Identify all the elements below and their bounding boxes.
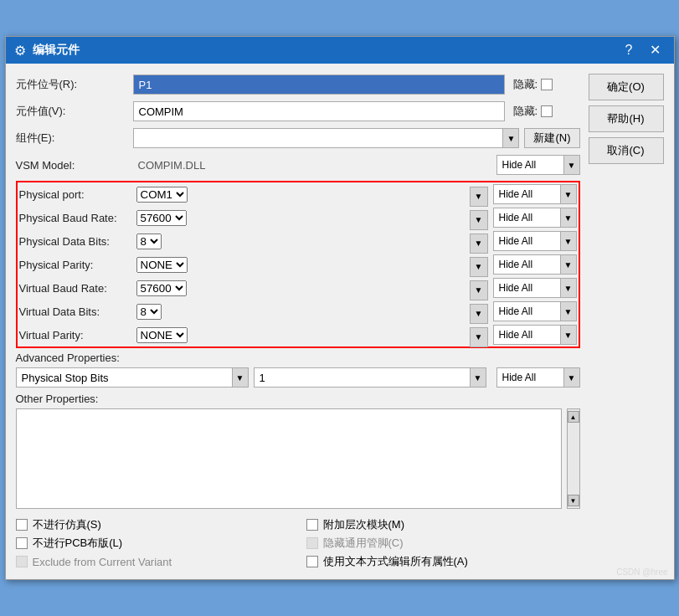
close-button[interactable]: ✕ [645, 42, 666, 59]
check-pcb-checkbox[interactable] [16, 537, 28, 549]
virtual-data-label: Virtual Data Bits: [19, 305, 136, 318]
vsm-row: VSM Model: COMPIM.DLL Hide All ▼ [16, 154, 580, 176]
hide1-checkbox[interactable] [541, 79, 553, 90]
virtual-data-row: Virtual Data Bits: 8 ▼ Hide All ▼ [19, 301, 577, 321]
red-bordered-section: Physical port: COM1 ▼ Hide All ▼ [16, 181, 580, 348]
new-button[interactable]: 新建(N) [524, 128, 579, 148]
check-text-edit-checkbox[interactable] [306, 556, 318, 567]
help-button[interactable]: 帮助(H) [589, 105, 664, 132]
virtual-baud-hide-select[interactable]: Hide All [493, 278, 577, 298]
check-hierarchy-checkbox[interactable] [306, 519, 318, 531]
stop-bits-value-select[interactable]: 1 [254, 367, 486, 388]
check-hierarchy-label: 附加层次模块(M) [323, 517, 405, 532]
physical-parity-hide-select[interactable]: Hide All [493, 254, 577, 275]
hide2-label: 隐藏: [513, 104, 538, 119]
virtual-baud-row: Virtual Baud Rate: 57600 ▼ Hide All ▼ [19, 278, 577, 298]
physical-baud-hide-select[interactable]: Hide All [493, 208, 577, 228]
check-hide-pins-label: 隐藏通用管脚(C) [323, 536, 404, 551]
physical-baud-select[interactable]: 57600 [136, 210, 187, 226]
side-buttons: 确定(O) 帮助(H) 取消(C) [589, 74, 664, 569]
watermark: CSDN @hree [616, 567, 667, 577]
vsm-hide-select[interactable]: Hide All [496, 155, 580, 175]
ok-button[interactable]: 确定(O) [589, 74, 664, 100]
value-label: 元件值(V): [16, 104, 133, 119]
check-exclude-checkbox [16, 556, 28, 567]
virtual-parity-row: Virtual Parity: NONE ▼ Hide All ▼ [19, 325, 577, 345]
check-hide-pins-checkbox [306, 537, 318, 549]
bottom-checkboxes: 不进行仿真(S) 附加层次模块(M) 不进行PCB布版(L) 隐藏通用管脚(C) [16, 517, 580, 569]
virtual-parity-hide-select[interactable]: Hide All [493, 325, 577, 345]
physical-stop-bits-select[interactable]: Physical Stop Bits [16, 367, 249, 388]
physical-port-label: Physical port: [19, 188, 136, 201]
cancel-button[interactable]: 取消(C) [589, 137, 664, 164]
physical-baud-label: Physical Baud Rate: [19, 212, 136, 224]
check-sim-label: 不进行仿真(S) [33, 517, 101, 532]
physical-data-arrow: ▼ [470, 234, 488, 254]
check-pcb-label: 不进行PCB布版(L) [33, 536, 123, 551]
virtual-baud-select[interactable]: 57600 [136, 280, 187, 296]
check-row-0: 不进行仿真(S) [16, 517, 290, 532]
physical-data-hide-select[interactable]: Hide All [493, 231, 577, 251]
check-row-1: 附加层次模块(M) [306, 517, 580, 532]
physical-port-select[interactable]: COM1 [136, 187, 188, 203]
physical-data-row: Physical Data Bits: 8 ▼ Hide All ▼ [19, 231, 577, 251]
other-properties-area: ▲ ▼ [16, 408, 580, 509]
ref-row: 元件位号(R): 隐藏: [16, 74, 580, 95]
advanced-row: Physical Stop Bits ▼ 1 ▼ Hide All [16, 367, 580, 388]
physical-data-label: Physical Data Bits: [19, 235, 136, 248]
virtual-data-hide-select[interactable]: Hide All [493, 301, 577, 321]
dialog-title: 编辑元件 [33, 43, 80, 58]
virtual-parity-arrow: ▼ [470, 327, 488, 347]
virtual-data-arrow: ▼ [470, 304, 488, 324]
scrollbar[interactable]: ▲ ▼ [567, 408, 580, 509]
help-title-button[interactable]: ? [620, 42, 638, 59]
vsm-label: VSM Model: [16, 159, 133, 172]
check-row-2: 不进行PCB布版(L) [16, 536, 290, 551]
virtual-parity-label: Virtual Parity: [19, 329, 136, 341]
other-properties-label: Other Properties: [16, 393, 580, 405]
virtual-parity-select[interactable]: NONE [136, 327, 188, 343]
advanced-label: Advanced Properties: [16, 352, 580, 364]
physical-port-arrow: ▼ [470, 187, 488, 207]
scroll-down-button[interactable]: ▼ [568, 495, 579, 506]
hide1-label: 隐藏: [513, 77, 538, 92]
check-text-edit-label: 使用文本方式编辑所有属性(A) [323, 554, 468, 569]
physical-parity-row: Physical Parity: NONE ▼ Hide All ▼ [19, 254, 577, 275]
physical-parity-label: Physical Parity: [19, 259, 136, 271]
virtual-baud-label: Virtual Baud Rate: [19, 282, 136, 295]
group-label: 组件(E): [16, 131, 133, 146]
physical-parity-arrow: ▼ [470, 257, 488, 277]
check-exclude-label: Exclude from Current Variant [33, 556, 172, 568]
ref-label: 元件位号(R): [16, 77, 133, 92]
stop-bits-hide-select[interactable]: Hide All [496, 367, 580, 388]
physical-port-hide-select[interactable]: Hide All [493, 184, 577, 204]
other-properties-box [16, 408, 562, 509]
check-row-5: 使用文本方式编辑所有属性(A) [306, 554, 580, 569]
hide2-checkbox[interactable] [541, 105, 553, 117]
physical-data-select[interactable]: 8 [136, 234, 162, 249]
physical-baud-row: Physical Baud Rate: 57600 ▼ Hide All ▼ [19, 208, 577, 228]
ref-input[interactable] [133, 74, 505, 95]
physical-port-row: Physical port: COM1 ▼ Hide All ▼ [19, 184, 577, 204]
check-row-4: Exclude from Current Variant [16, 554, 290, 569]
title-bar: ⚙ 编辑元件 ? ✕ [6, 37, 674, 64]
physical-baud-arrow: ▼ [470, 210, 488, 230]
dialog-icon: ⚙ [14, 43, 26, 59]
check-sim-checkbox[interactable] [16, 519, 28, 531]
check-row-3: 隐藏通用管脚(C) [306, 536, 580, 551]
group-select[interactable] [133, 128, 520, 148]
vsm-value: COMPIM.DLL [133, 157, 491, 173]
virtual-baud-arrow: ▼ [470, 280, 488, 300]
scroll-up-button[interactable]: ▲ [568, 411, 579, 423]
value-row: 元件值(V): 隐藏: [16, 100, 580, 122]
virtual-data-select[interactable]: 8 [136, 304, 162, 320]
value-input[interactable] [133, 101, 505, 121]
physical-parity-select[interactable]: NONE [136, 257, 188, 273]
group-row: 组件(E): ▼ 新建(N) [16, 127, 580, 149]
